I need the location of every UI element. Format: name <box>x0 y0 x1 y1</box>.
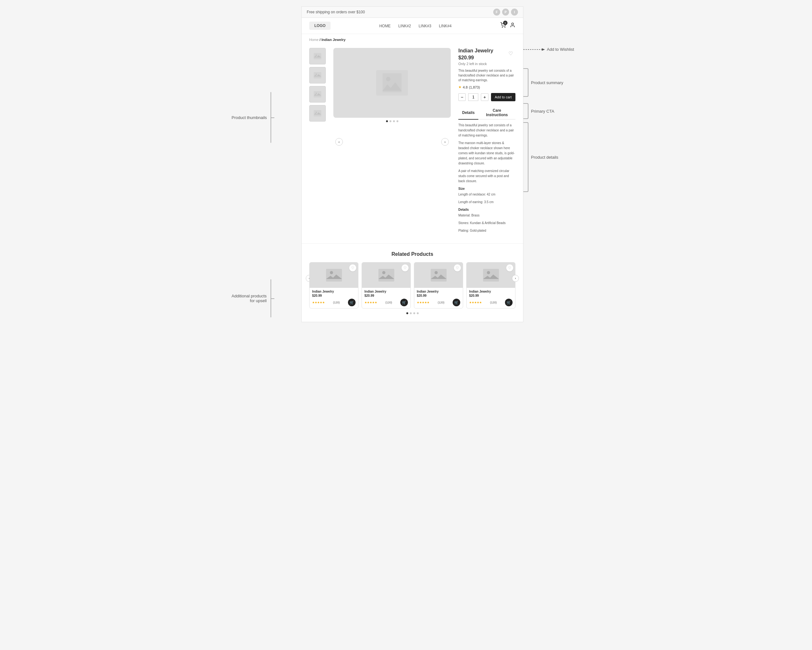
user-icon[interactable] <box>510 22 516 29</box>
dot-4[interactable] <box>397 120 398 122</box>
card-name-3: Indian Jewelry <box>417 290 460 293</box>
nav-item-link4[interactable]: LINK#4 <box>439 23 452 29</box>
tab-details[interactable]: Details <box>458 106 478 120</box>
svg-rect-3 <box>314 53 321 60</box>
dot-3[interactable] <box>393 120 395 122</box>
wishlist-ann: Add to Wishlist <box>524 47 574 52</box>
nav-item-home[interactable]: HOME <box>379 23 391 29</box>
card-wishlist-1[interactable]: ♡ <box>349 265 356 271</box>
thumbnail-4[interactable] <box>309 105 326 122</box>
detail-text-2: The maroon multi-layer stones & beaded c… <box>458 141 516 166</box>
nav-link-home[interactable]: HOME <box>379 24 391 28</box>
cart-icon-wrap[interactable]: 0 <box>500 22 506 29</box>
image-next-button[interactable]: › <box>441 138 449 146</box>
breadcrumb-home[interactable]: Home <box>309 38 319 41</box>
card-price-4: $20.99 <box>469 294 513 297</box>
nav-item-link2[interactable]: LINK#2 <box>398 23 411 29</box>
wishlist-annotation-wrap: Add to Wishlist <box>524 47 574 52</box>
main-product-image <box>333 48 451 118</box>
card-count-4: (120) <box>490 301 497 304</box>
related-dot-2[interactable] <box>410 312 412 314</box>
upsell-annotation: Additional productsfor upsell <box>232 279 271 317</box>
review-count: (1,873) <box>469 86 480 89</box>
add-to-cart-button[interactable]: Add to cart <box>491 93 516 101</box>
tab-content: This beautiful jewelry set consists of a… <box>458 123 516 233</box>
related-dot-4[interactable] <box>417 312 419 314</box>
detail-text-3: A pair of matching oversized circular st… <box>458 168 516 184</box>
card-rating-3: ★★★★★ (120) 🛒 <box>417 299 460 306</box>
related-products-grid: ♡ Indian Jewelry $20.99 ★★★★★ (120) 🛒 <box>309 262 516 309</box>
dot-1[interactable] <box>386 120 388 122</box>
left-annotations: Product thumbnails Additional productsfo… <box>232 6 301 644</box>
logo-button[interactable]: LOGO <box>309 21 331 30</box>
product-description: This beautiful jewelry set consists of a… <box>458 68 516 83</box>
image-prev-button[interactable]: ‹ <box>335 138 343 146</box>
card-cart-button-1[interactable]: 🛒 <box>348 299 356 306</box>
svg-point-10 <box>316 112 317 113</box>
quantity-decrease-button[interactable]: − <box>458 93 466 101</box>
nav-item-link3[interactable]: LINK#3 <box>419 23 431 29</box>
earring-length: Length of earring: 3.5 cm <box>458 200 516 205</box>
product-price: $20.99 <box>458 55 516 61</box>
quantity-increase-button[interactable]: + <box>481 93 488 101</box>
related-dot-3[interactable] <box>413 312 415 314</box>
card-body-2: Indian Jewelry $20.99 ★★★★★ (120) 🛒 <box>362 288 411 308</box>
dot-2[interactable] <box>389 120 391 122</box>
card-stars-3: ★★★★★ <box>417 301 429 304</box>
wishlist-button[interactable]: ♡ <box>508 50 513 57</box>
svg-point-19 <box>435 271 438 274</box>
plating: Plating: Gold-plated <box>458 228 516 233</box>
related-product-card-1: ♡ Indian Jewelry $20.99 ★★★★★ (120) 🛒 <box>309 262 359 309</box>
breadcrumb-separator: / <box>319 38 321 41</box>
nav-link-4[interactable]: LINK#4 <box>439 24 452 28</box>
card-name-4: Indian Jewelry <box>469 290 513 293</box>
card-price-2: $20.99 <box>365 294 408 297</box>
thumbnail-2[interactable] <box>309 67 326 84</box>
svg-point-4 <box>316 55 317 56</box>
card-cart-button-4[interactable]: 🛒 <box>505 299 513 306</box>
primary-cta-label: Primary CTA <box>531 109 554 114</box>
pinterest-icon[interactable]: P <box>502 9 509 15</box>
thumbnail-1[interactable] <box>309 48 326 64</box>
nav-link-2[interactable]: LINK#2 <box>398 24 411 28</box>
related-dot-1[interactable] <box>406 312 408 314</box>
svg-rect-7 <box>314 91 321 98</box>
related-next-button[interactable]: › <box>512 275 519 282</box>
svg-point-17 <box>382 271 385 274</box>
quantity-input[interactable] <box>468 93 478 101</box>
svg-point-2 <box>511 23 514 25</box>
card-cart-button-2[interactable]: 🛒 <box>400 299 408 306</box>
breadcrumb-current: Indian Jewelry <box>322 38 346 41</box>
card-wishlist-4[interactable]: ♡ <box>506 265 513 271</box>
wishlist-annotation-text: Add to Wishlist <box>547 47 574 52</box>
instagram-icon[interactable]: I <box>511 9 518 15</box>
tab-care-instructions[interactable]: Care Instructions <box>478 106 516 120</box>
dashed-arrow-icon <box>524 47 546 52</box>
summary-brace <box>524 68 528 97</box>
detail-text-1: This beautiful jewelry set consists of a… <box>458 123 516 138</box>
card-wishlist-2[interactable]: ♡ <box>401 265 409 271</box>
card-price-3: $20.99 <box>417 294 460 297</box>
header: LOGO HOME LINK#2 LINK#3 LINK#4 0 <box>302 18 523 34</box>
product-rating: ★ 4.8 (1,873) <box>458 85 516 89</box>
card-price-1: $20.99 <box>312 294 356 297</box>
facebook-icon[interactable]: F <box>493 9 500 15</box>
card-wishlist-3[interactable]: ♡ <box>454 265 461 271</box>
svg-rect-9 <box>314 110 321 116</box>
svg-point-0 <box>502 27 503 28</box>
nav-link-3[interactable]: LINK#3 <box>419 24 431 28</box>
related-products-section: Related Products ‹ <box>302 243 523 322</box>
thumbnail-3[interactable] <box>309 86 326 102</box>
nav-links: HOME LINK#2 LINK#3 LINK#4 <box>379 23 452 29</box>
svg-rect-20 <box>483 269 499 281</box>
related-title: Related Products <box>309 251 516 257</box>
stock-status: Only 2 left in stock <box>458 62 516 66</box>
card-cart-button-3[interactable]: 🛒 <box>453 299 460 306</box>
image-dots <box>333 120 451 122</box>
related-product-card-2: ♡ Indian Jewelry $20.99 ★★★★★ (120) 🛒 <box>362 262 411 309</box>
svg-rect-16 <box>379 269 394 281</box>
store: Free shipping on orders over $100 F P I … <box>301 6 524 322</box>
related-product-card-3: ♡ Indian Jewelry $20.99 ★★★★★ (120) 🛒 <box>414 262 463 309</box>
card-name-1: Indian Jewelry <box>312 290 356 293</box>
card-rating-2: ★★★★★ (120) 🛒 <box>365 299 408 306</box>
